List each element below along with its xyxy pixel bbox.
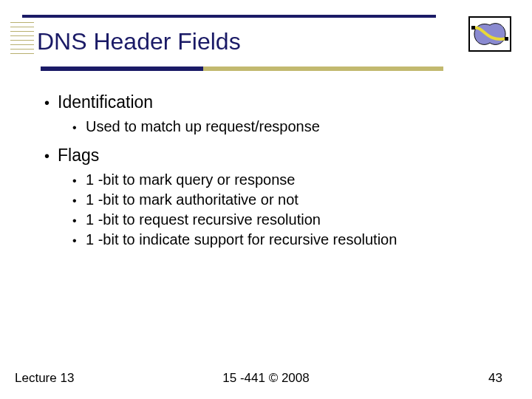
slide-title: DNS Header Fields — [37, 28, 241, 55]
bullet-flags: • Flags — [44, 146, 502, 166]
bullet-dot-icon: • — [72, 214, 86, 228]
sub-bullet: • 1 -bit to request recursive resolution — [72, 211, 502, 228]
logo-icon — [468, 16, 511, 52]
sub-bullet-text: 1 -bit to mark authoritative or not — [86, 191, 299, 208]
bullet-dot-icon: • — [44, 95, 58, 110]
sub-bullet-text: 1 -bit to indicate support for recursive… — [86, 231, 397, 248]
bullet-dot-icon: • — [72, 174, 86, 188]
sub-bullets-identification: • Used to match up request/response — [72, 118, 502, 135]
bullet-identification: • Identification — [44, 92, 502, 112]
sub-bullets-flags: • 1 -bit to mark query or response • 1 -… — [72, 171, 502, 248]
sub-bullet: • Used to match up request/response — [72, 118, 502, 135]
sub-bullet-text: 1 -bit to request recursive resolution — [86, 211, 321, 228]
footer-page-number: 43 — [488, 371, 502, 386]
svg-rect-1 — [505, 37, 508, 41]
notebook-binding-decoration — [10, 22, 34, 58]
bullet-dot-icon: • — [72, 234, 86, 248]
top-rule — [22, 15, 436, 18]
bullet-dot-icon: • — [44, 149, 58, 163]
sub-bullet-text: 1 -bit to mark query or response — [86, 171, 295, 188]
slide: DNS Header Fields • Identification • Use… — [0, 0, 532, 399]
bullet-dot-icon: • — [72, 194, 86, 208]
title-underline-light — [203, 66, 443, 71]
content-area: • Identification • Used to match up requ… — [44, 92, 502, 259]
footer-center: 15 -441 © 2008 — [0, 371, 532, 386]
bullet-identification-label: Identification — [58, 92, 153, 112]
sub-bullet: • 1 -bit to mark query or response — [72, 171, 502, 188]
sub-bullet: • 1 -bit to mark authoritative or not — [72, 191, 502, 208]
title-underline-dark — [41, 66, 203, 71]
sub-bullet: • 1 -bit to indicate support for recursi… — [72, 231, 502, 248]
bullet-flags-label: Flags — [58, 146, 99, 166]
svg-rect-0 — [471, 26, 475, 30]
sub-bullet-text: Used to match up request/response — [86, 118, 320, 135]
bullet-dot-icon: • — [72, 121, 86, 134]
